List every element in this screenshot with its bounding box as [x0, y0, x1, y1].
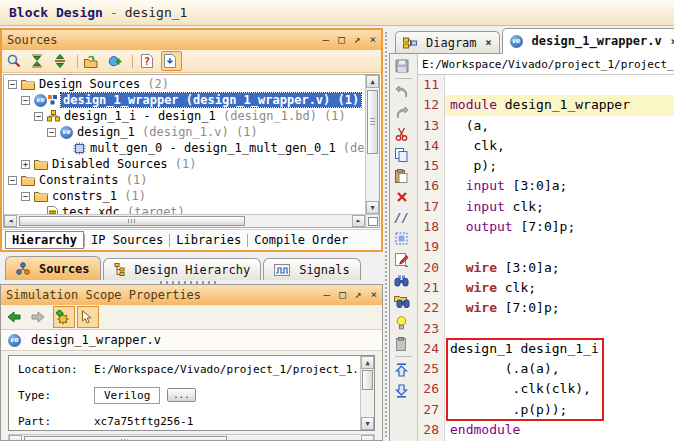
- line-number[interactable]: 15: [418, 156, 439, 176]
- tree-item-design-1-wrapper[interactable]: −vedesign_1_wrapper (design_1_wrapper.v)…: [4, 92, 365, 108]
- add-sources-button[interactable]: [106, 51, 127, 71]
- edit-button[interactable]: [393, 250, 414, 269]
- code-line-21[interactable]: wire clk;: [445, 278, 674, 298]
- editor-tab-diagram[interactable]: Diagram×: [395, 31, 500, 53]
- code-line-13[interactable]: (a,: [445, 116, 674, 136]
- panel-tab-design-hierarchy[interactable]: Design Hierarchy: [103, 258, 262, 280]
- close-tab-icon[interactable]: ×: [671, 36, 674, 47]
- code-line-26[interactable]: .clk(clk),: [445, 379, 674, 399]
- line-number[interactable]: 24: [418, 339, 439, 359]
- line-number[interactable]: 26: [418, 379, 439, 399]
- line-number[interactable]: 22: [418, 298, 439, 318]
- prev-bookmark-button[interactable]: [393, 360, 414, 379]
- subtab-libraries[interactable]: Libraries: [170, 232, 247, 248]
- paste-button[interactable]: [393, 166, 414, 185]
- copy-button[interactable]: [393, 145, 414, 164]
- code-line-28[interactable]: endmodule: [445, 420, 674, 440]
- properties-vertical-scrollbar[interactable]: ▲ ▼: [360, 356, 374, 430]
- tree-item-design-1[interactable]: −vedesign_1 (design_1.v) (1): [4, 124, 365, 140]
- sim-properties-titlebar[interactable]: Simulation Scope Properties –□↗×: [1, 285, 382, 305]
- forward-button[interactable]: [29, 306, 51, 328]
- lightbulb-button[interactable]: [393, 313, 414, 332]
- float-button[interactable]: ↗: [355, 285, 362, 305]
- code-line-27[interactable]: .p(p));: [445, 400, 674, 420]
- back-button[interactable]: [5, 306, 27, 328]
- next-bookmark-button[interactable]: [393, 381, 414, 400]
- float-button[interactable]: ↗: [354, 30, 361, 50]
- code-line-17[interactable]: input clk;: [445, 197, 674, 217]
- close-tab-icon[interactable]: ×: [486, 37, 492, 48]
- properties-button[interactable]: [53, 306, 75, 328]
- line-number[interactable]: 17: [418, 197, 439, 217]
- line-number[interactable]: 18: [418, 217, 439, 237]
- scroll-left-arrow[interactable]: ◄: [4, 215, 17, 227]
- code-editor[interactable]: module design_1_wrapper (a, clk, p); inp…: [445, 75, 674, 441]
- code-line-22[interactable]: wire [7:0]p;: [445, 298, 674, 318]
- scroll-thumb[interactable]: [19, 216, 245, 226]
- tree-item-constraints[interactable]: −Constraints (1): [4, 172, 365, 188]
- scroll-up-arrow[interactable]: ▲: [361, 356, 374, 369]
- line-number-gutter[interactable]: 111213141516171819202122232425262728: [418, 75, 445, 441]
- scroll-up-arrow[interactable]: ▲: [366, 75, 379, 88]
- code-line-11[interactable]: [445, 75, 674, 95]
- scroll-thumb[interactable]: [367, 90, 378, 154]
- tree-item-mult-gen-0-design-1-mult-gen-0-1[interactable]: mult_gen_0 - design_1_mult_gen_0_1 (desi…: [4, 140, 365, 156]
- code-line-23[interactable]: [445, 319, 674, 339]
- code-line-24[interactable]: design_1 design_1_i: [445, 339, 674, 359]
- collapse-icon[interactable]: −: [47, 128, 56, 137]
- subtab-compile-order[interactable]: Compile Order: [248, 232, 354, 248]
- maximize-button[interactable]: □: [339, 285, 346, 305]
- tree-item-constrs-1[interactable]: −constrs_1 (1): [4, 188, 365, 204]
- code-line-14[interactable]: clk,: [445, 136, 674, 156]
- line-number[interactable]: 20: [418, 258, 439, 278]
- code-line-18[interactable]: output [7:0]p;: [445, 217, 674, 237]
- tree-vertical-scrollbar[interactable]: ▲ ▼: [365, 75, 379, 214]
- code-line-12[interactable]: module design_1_wrapper: [445, 95, 674, 115]
- ellipsis-button[interactable]: ...: [167, 388, 195, 402]
- comment-button[interactable]: //: [393, 208, 414, 227]
- paste-special-button[interactable]: [393, 334, 414, 353]
- undo-button[interactable]: [393, 82, 414, 101]
- line-number[interactable]: 27: [418, 400, 439, 420]
- line-number[interactable]: 23: [418, 319, 439, 339]
- open-folder-button[interactable]: [83, 51, 104, 71]
- scroll-down-arrow[interactable]: ▼: [361, 417, 374, 430]
- tree-item-design-1-i-design-1[interactable]: −design_1_i - design_1 (design_1.bd) (1): [4, 108, 365, 124]
- tree-item-design-sources[interactable]: −Design Sources (2): [4, 76, 365, 92]
- line-number[interactable]: 14: [418, 136, 439, 156]
- line-number[interactable]: 28: [418, 420, 439, 440]
- line-number[interactable]: 16: [418, 176, 439, 196]
- search-button[interactable]: [5, 51, 26, 71]
- find-in-files-button[interactable]: [393, 292, 414, 311]
- save-button[interactable]: [393, 56, 414, 75]
- line-number[interactable]: 13: [418, 116, 439, 136]
- subtab-hierarchy[interactable]: Hierarchy: [5, 231, 84, 249]
- code-line-20[interactable]: wire [3:0]a;: [445, 258, 674, 278]
- tree-item-test-xdc[interactable]: test.xdc (target): [4, 204, 365, 214]
- scroll-down-arrow[interactable]: ▼: [366, 201, 379, 214]
- subtab-ip-sources[interactable]: IP Sources: [85, 232, 169, 248]
- code-line-15[interactable]: p);: [445, 156, 674, 176]
- collapse-icon[interactable]: −: [21, 96, 30, 105]
- delete-button[interactable]: [393, 187, 414, 206]
- scroll-thumb[interactable]: [362, 370, 373, 390]
- collapse-icon[interactable]: −: [21, 192, 30, 201]
- line-number[interactable]: 25: [418, 359, 439, 379]
- expand-all-button[interactable]: [51, 51, 72, 71]
- collapse-icon[interactable]: −: [8, 80, 17, 89]
- scroll-thumb[interactable]: [24, 436, 227, 441]
- collapse-icon[interactable]: −: [8, 176, 17, 185]
- tree-horizontal-scrollbar[interactable]: ◄ ►: [4, 214, 365, 227]
- cut-button[interactable]: [393, 124, 414, 143]
- scroll-to-button[interactable]: [161, 51, 182, 71]
- block-select-button[interactable]: [393, 229, 414, 248]
- maximize-button[interactable]: □: [338, 30, 345, 50]
- collapse-icon[interactable]: −: [34, 112, 43, 121]
- code-line-19[interactable]: [445, 237, 674, 257]
- panel-tab-sources[interactable]: Sources: [5, 256, 101, 280]
- line-number[interactable]: 19: [418, 237, 439, 257]
- sources-titlebar[interactable]: Sources –□↗×: [2, 30, 381, 50]
- scroll-left-arrow[interactable]: ◄: [9, 435, 22, 441]
- line-number[interactable]: 21: [418, 278, 439, 298]
- collapse-all-button[interactable]: [28, 51, 49, 71]
